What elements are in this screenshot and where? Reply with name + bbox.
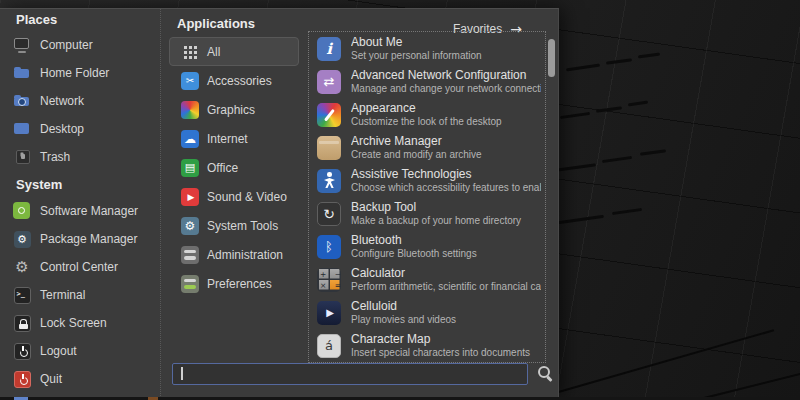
terminal-icon bbox=[14, 287, 31, 304]
place-label: Network bbox=[40, 94, 84, 108]
home-folder-icon bbox=[13, 64, 31, 82]
system-label: Lock Screen bbox=[40, 316, 107, 330]
logout-power-icon bbox=[14, 343, 31, 360]
search-bar bbox=[0, 366, 558, 398]
category-label: All bbox=[207, 45, 220, 59]
sidebar-item-control-center[interactable]: Control Center bbox=[0, 253, 160, 281]
sidebar-item-terminal[interactable]: Terminal bbox=[0, 281, 160, 309]
sidebar-item-logout[interactable]: Logout bbox=[0, 337, 160, 365]
app-name: Archive Manager bbox=[351, 135, 541, 148]
lock-icon bbox=[14, 315, 31, 332]
globe-overlay-icon bbox=[18, 98, 26, 106]
place-label: Trash bbox=[40, 150, 70, 164]
sidebar-item-package-manager[interactable]: Package Manager bbox=[0, 225, 160, 253]
sidebar-item-trash[interactable]: Trash bbox=[0, 143, 160, 171]
cloud-icon bbox=[181, 130, 199, 148]
play-icon bbox=[181, 188, 199, 206]
app-row-celluloid[interactable]: Celluloid Play movies and videos bbox=[309, 296, 545, 329]
scrollbar-thumb[interactable] bbox=[548, 39, 555, 77]
app-list-scrollbar[interactable] bbox=[548, 31, 556, 363]
search-icon[interactable] bbox=[537, 365, 553, 381]
app-row-advanced-network-configuration[interactable]: Advanced Network Configuration Manage an… bbox=[309, 65, 545, 98]
system-header: System bbox=[0, 173, 160, 197]
app-description: Create and modify an archive bbox=[351, 149, 541, 160]
wallpaper-dash bbox=[640, 149, 666, 156]
wallpaper-dash bbox=[606, 58, 632, 65]
category-label: Internet bbox=[207, 132, 248, 146]
app-name: About Me bbox=[351, 36, 541, 49]
app-row-archive-manager[interactable]: Archive Manager Create and modify an arc… bbox=[309, 131, 545, 164]
app-description: Choose which accessibility features to e… bbox=[351, 182, 541, 193]
paintbrush-rainbow-icon bbox=[317, 103, 341, 127]
place-label: Desktop bbox=[40, 122, 84, 136]
applications-header: Applications bbox=[161, 9, 307, 35]
app-description: Configure Bluetooth settings bbox=[351, 248, 541, 259]
category-system-tools[interactable]: System Tools bbox=[169, 211, 299, 240]
sidebar-item-network[interactable]: Network bbox=[0, 87, 160, 115]
trash-icon bbox=[13, 148, 31, 166]
category-internet[interactable]: Internet bbox=[169, 124, 299, 153]
category-label: Office bbox=[207, 161, 238, 175]
app-row-appearance[interactable]: Appearance Customize the look of the des… bbox=[309, 98, 545, 131]
sidebar-item-lock-screen[interactable]: Lock Screen bbox=[0, 309, 160, 337]
system-label: Terminal bbox=[40, 288, 85, 302]
app-name: Calculator bbox=[351, 267, 541, 280]
calculator-keys-icon bbox=[317, 268, 341, 292]
grid-dots-icon bbox=[181, 43, 199, 61]
sidebar-item-desktop[interactable]: Desktop bbox=[0, 115, 160, 143]
category-accessories[interactable]: Accessories bbox=[169, 66, 299, 95]
app-row-calculator[interactable]: Calculator Perform arithmetic, scientifi… bbox=[309, 263, 545, 296]
app-description: Customize the look of the desktop bbox=[351, 116, 541, 127]
category-label: Sound & Video bbox=[207, 190, 287, 204]
app-list: About Me Set your personal information A… bbox=[308, 31, 546, 363]
app-row-about-me[interactable]: About Me Set your personal information bbox=[309, 32, 545, 65]
computer-icon bbox=[13, 36, 31, 54]
document-icon bbox=[181, 159, 199, 177]
wallpaper-line bbox=[548, 329, 774, 396]
sidebar-item-software-manager[interactable]: Software Manager bbox=[0, 197, 160, 225]
control-center-gear-icon bbox=[13, 258, 31, 276]
places-header: Places bbox=[0, 9, 160, 31]
app-description: Perform arithmetic, scientific or financ… bbox=[351, 281, 541, 292]
network-folder-icon bbox=[13, 92, 31, 110]
search-input[interactable] bbox=[172, 363, 528, 385]
sidebar-item-computer[interactable]: Computer bbox=[0, 31, 160, 59]
system-label: Logout bbox=[40, 344, 77, 358]
wallpaper-dash bbox=[628, 101, 648, 107]
category-sound-video[interactable]: Sound & Video bbox=[169, 182, 299, 211]
wallpaper-line bbox=[700, 369, 800, 399]
software-manager-icon bbox=[13, 202, 31, 220]
category-preferences[interactable]: Preferences bbox=[169, 269, 299, 298]
wallpaper-dash bbox=[596, 106, 622, 113]
rainbow-icon bbox=[181, 101, 199, 119]
accessibility-person-icon bbox=[317, 169, 341, 193]
app-row-assistive-technologies[interactable]: Assistive Technologies Choose which acce… bbox=[309, 164, 545, 197]
text-caret bbox=[181, 367, 183, 380]
app-row-backup-tool[interactable]: Backup Tool Make a backup of your home d… bbox=[309, 197, 545, 230]
desktop-icon bbox=[13, 120, 31, 138]
category-label: Graphics bbox=[207, 103, 255, 117]
place-label: Home Folder bbox=[40, 66, 109, 80]
app-name: Assistive Technologies bbox=[351, 168, 541, 181]
category-office[interactable]: Office bbox=[169, 153, 299, 182]
backup-circular-arrow-icon bbox=[317, 202, 341, 226]
wallpaper-dash bbox=[558, 215, 604, 224]
category-graphics[interactable]: Graphics bbox=[169, 95, 299, 124]
sliders-icon bbox=[181, 246, 199, 264]
category-label: Administration bbox=[207, 248, 283, 262]
app-row-bluetooth[interactable]: Bluetooth Configure Bluetooth settings bbox=[309, 230, 545, 263]
sidebar: Places Computer Home Folder Network Desk… bbox=[0, 9, 160, 398]
app-row-character-map[interactable]: Character Map Insert special characters … bbox=[309, 329, 545, 362]
category-label: System Tools bbox=[207, 219, 278, 233]
category-administration[interactable]: Administration bbox=[169, 240, 299, 269]
place-label: Computer bbox=[40, 38, 93, 52]
archive-box-icon bbox=[317, 136, 341, 160]
system-label: Package Manager bbox=[40, 232, 137, 246]
category-label: Accessories bbox=[207, 74, 272, 88]
sidebar-item-home-folder[interactable]: Home Folder bbox=[0, 59, 160, 87]
wallpaper-dash bbox=[556, 163, 596, 172]
category-all[interactable]: All bbox=[169, 37, 299, 66]
system-label: Software Manager bbox=[40, 204, 138, 218]
wallpaper-dash bbox=[560, 112, 590, 119]
play-icon bbox=[317, 301, 341, 325]
